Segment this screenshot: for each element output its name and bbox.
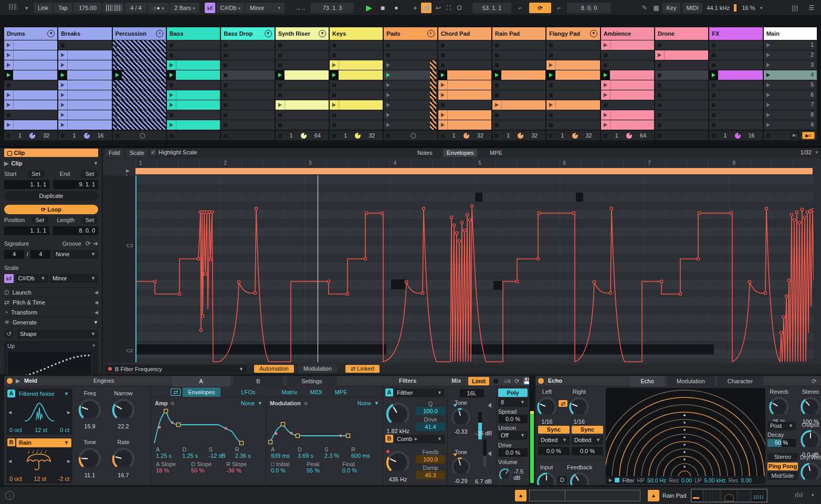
scale-root-menu[interactable]: C#/Db▼	[16, 274, 48, 283]
amp-led[interactable]	[171, 402, 174, 405]
automation-arm-button[interactable]: 🔗	[421, 3, 431, 13]
clip-slot[interactable]	[601, 100, 654, 110]
track-header-bass-drop[interactable]: Bass Drop▼	[221, 27, 274, 40]
computer-midi-keyboard-icon[interactable]: ▦	[651, 3, 661, 13]
clip-slot[interactable]	[438, 110, 491, 120]
amp-mode-menu[interactable]: None	[241, 400, 255, 406]
midi-map-button[interactable]: MIDI	[682, 3, 702, 13]
clip-slot[interactable]	[601, 80, 654, 90]
groove-menu[interactable]: None▼	[53, 250, 98, 259]
loop-brace[interactable]	[135, 168, 813, 174]
clip-slot[interactable]	[276, 50, 329, 60]
meld-tab-b[interactable]: B	[233, 376, 283, 386]
clip-slot[interactable]	[330, 120, 383, 130]
scene-slot[interactable]: 2	[764, 50, 817, 60]
clip-slot[interactable]	[330, 70, 383, 80]
clip-slot[interactable]	[492, 60, 545, 70]
dry-wet-knob[interactable]: Dry/Wet59 %	[799, 454, 821, 485]
clip-slot[interactable]	[601, 40, 654, 50]
track-status-cell[interactable]: 116	[709, 131, 762, 140]
loop-start-field[interactable]: 53. 1. 1	[472, 3, 511, 13]
clip-slot[interactable]	[276, 40, 329, 50]
scene-slot[interactable]: 3	[764, 60, 817, 70]
chevron-down-icon[interactable]: ▾	[812, 492, 814, 498]
left-knob[interactable]: Left1/16	[535, 388, 559, 425]
clip-slot[interactable]	[384, 100, 437, 110]
knob-value[interactable]: 15.9	[84, 423, 95, 429]
clip-slot[interactable]	[655, 100, 708, 110]
delay-d-button[interactable]: D	[557, 476, 567, 484]
scene-slot[interactable]: 8	[764, 110, 817, 120]
stop-all-clips-icon[interactable]	[278, 134, 282, 138]
device-title[interactable]: Echo	[548, 377, 562, 384]
scene-slot[interactable]: 6	[764, 90, 817, 100]
clip-slot[interactable]	[384, 50, 437, 60]
track-header-fx[interactable]: FX	[709, 27, 762, 40]
loop-length-field[interactable]: 8. 0. 0	[567, 3, 611, 13]
chevron-down-icon[interactable]: ▼	[265, 30, 272, 37]
knob-value[interactable]: 1/16	[541, 418, 552, 425]
scene-slot[interactable]: 1	[764, 40, 817, 50]
clip-slot[interactable]	[167, 40, 220, 50]
next-engine-icon[interactable]: ▸	[67, 457, 70, 465]
loop-position-field[interactable]: 1. 1. 1	[4, 226, 49, 235]
clip-slot[interactable]	[546, 50, 599, 60]
track-status-cell[interactable]: 164	[276, 131, 329, 140]
clip-slot[interactable]	[58, 110, 111, 120]
grid-resolution-label[interactable]: 1/32	[801, 149, 812, 155]
clip-slot[interactable]	[4, 120, 57, 130]
filter-enable-icon[interactable]	[615, 478, 619, 482]
track-header-drone[interactable]: Drone	[655, 27, 708, 40]
right-sync-button[interactable]: Sync	[572, 426, 603, 434]
stop-all-clips-icon[interactable]	[61, 134, 65, 138]
clip-slot[interactable]	[709, 90, 762, 100]
stop-all-clips-icon[interactable]	[766, 134, 770, 138]
filter-b-damp[interactable]: 45.3	[416, 471, 445, 479]
record-button[interactable]: ●	[391, 3, 402, 13]
clip-slot[interactable]	[546, 40, 599, 50]
clip-slot[interactable]	[58, 100, 111, 110]
tempo-field[interactable]: 175.00	[73, 3, 102, 13]
decay-slider[interactable]: 50 %	[767, 439, 796, 447]
stop-all-clips-icon[interactable]	[441, 134, 445, 138]
clip-slot[interactable]	[221, 120, 274, 130]
output-meter-icon[interactable]: ılıl	[795, 491, 803, 499]
shape-refresh-icon[interactable]: ↺	[4, 330, 14, 339]
session-record-icon[interactable]: ⛶	[444, 3, 454, 13]
right-offset-value[interactable]: 0.0 %	[572, 447, 603, 455]
link-button[interactable]: Link	[34, 3, 52, 13]
narrow-knob[interactable]: Narrow22.2	[110, 390, 136, 429]
device-activator-led[interactable]	[7, 378, 13, 384]
clip-slot[interactable]	[113, 90, 166, 100]
stop-all-clips-icon[interactable]	[7, 134, 10, 138]
clip-start-field[interactable]: 1. 1. 1	[4, 180, 49, 189]
clip-slot[interactable]	[601, 110, 654, 120]
filter-b-menu[interactable]: Comb +▼	[394, 435, 445, 444]
clip-slot[interactable]	[601, 70, 654, 80]
knob-knob[interactable]: 1.82 kHz	[384, 401, 412, 434]
scene-slot[interactable]: 4	[764, 70, 817, 80]
clip-slot[interactable]	[330, 60, 383, 70]
echo-tunnel-display[interactable]: ▶ Filter HP 50.0 Hz Res 0.00 LP 5.00 kHz…	[606, 388, 765, 484]
clip-slot[interactable]	[113, 80, 166, 90]
unison-menu[interactable]: Off	[501, 431, 508, 440]
knob-value[interactable]: 59 %	[804, 484, 817, 485]
track-header-flangy-pad[interactable]: Flangy Pad▼	[546, 27, 599, 40]
arrangement-position-field[interactable]: 73. 1. 3	[311, 3, 354, 13]
echo-tab-character[interactable]: Character	[717, 376, 763, 386]
groove-refresh-icon[interactable]: ⟳	[86, 240, 91, 247]
mod-release[interactable]: 600 ms	[351, 453, 378, 459]
groove-amount-icon[interactable]: ○● ▾	[148, 3, 169, 13]
filter-b-feedback[interactable]: 100.0	[416, 455, 445, 464]
knob-value[interactable]: 11.1	[85, 472, 96, 478]
amp-sustain[interactable]: -12 dB	[209, 453, 235, 459]
clip-slot[interactable]	[492, 50, 545, 60]
hp-freq-value[interactable]: 50.0 Hz	[647, 477, 666, 484]
engine-a-cents[interactable]: 0 ct	[60, 427, 69, 433]
clip-slot[interactable]	[330, 40, 383, 50]
tab-envelopes[interactable]: Envelopes	[443, 149, 477, 157]
amp-envelope-graph[interactable]	[153, 408, 265, 445]
prev-engine-icon[interactable]: ◂	[8, 457, 12, 465]
clip-slot[interactable]	[709, 100, 762, 110]
lp-freq-value[interactable]: 5.00 kHz	[704, 477, 725, 484]
